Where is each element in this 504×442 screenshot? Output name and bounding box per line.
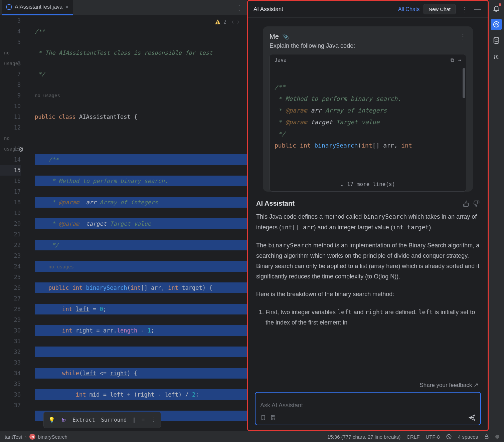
warning-count: 2 — [223, 17, 226, 27]
notifications-icon[interactable] — [491, 3, 502, 14]
svg-point-4 — [494, 37, 499, 39]
svg-text:C: C — [8, 5, 10, 9]
attachment-icon[interactable]: 📎 — [282, 33, 289, 40]
caret-position[interactable]: 15:36 (777 chars, 27 line breaks) — [327, 434, 400, 440]
ai-menu-icon[interactable]: ⋮ — [460, 4, 469, 15]
code-content[interactable]: /** * The AIAssistantTest class is respo… — [35, 15, 247, 431]
ai-header: AI Assistant All Chats New Chat ⋮ — — [248, 1, 488, 18]
more-actions-icon[interactable]: ⋮ — [151, 415, 156, 425]
ai-input-field[interactable] — [260, 397, 476, 414]
database-tool-icon[interactable] — [491, 35, 502, 46]
save-icon[interactable] — [270, 415, 276, 421]
assistant-message-body: This Java code defines a method called b… — [256, 211, 480, 328]
snippet-scrollbar[interactable] — [463, 68, 465, 98]
close-tab-icon[interactable]: × — [65, 4, 69, 10]
thumbs-up-icon[interactable] — [463, 200, 470, 207]
next-warning-icon[interactable]: 〉 — [237, 17, 242, 27]
method-icon: m — [29, 434, 35, 440]
thumbs-down-icon[interactable] — [473, 200, 480, 207]
message-menu-icon[interactable]: ⋮ — [460, 32, 466, 40]
user-message-text: Explain the following Java code: — [270, 42, 466, 49]
indent-setting[interactable]: 4 spaces — [458, 434, 478, 440]
wrap-icon[interactable]: ⇥ — [458, 57, 461, 63]
ai-swirl-icon[interactable]: ֎ — [61, 415, 66, 425]
svg-rect-6 — [485, 436, 488, 439]
class-icon: C — [6, 4, 12, 10]
new-chat-button[interactable]: New Chat — [424, 4, 456, 14]
status-bar: tantTest › m binarySearch 15:36 (777 cha… — [0, 431, 504, 442]
extract-action[interactable]: Extract — [72, 415, 95, 425]
file-tab[interactable]: C AIAssistantTest.java × — [2, 0, 73, 15]
code-editor[interactable]: 2 〈 〉 345 no usages 6789101112 no usages… — [0, 15, 247, 431]
maven-tool-icon[interactable]: m — [491, 51, 502, 62]
ai-conversation: Me 📎 ⋮ Explain the following Java code: … — [248, 18, 488, 380]
svg-rect-2 — [217, 21, 218, 23]
status-indicator-icon[interactable] — [495, 435, 499, 439]
prev-warning-icon[interactable]: 〈 — [229, 17, 234, 27]
bulb-icon[interactable]: 💡 — [48, 415, 55, 425]
inspection-widget[interactable]: 2 〈 〉 — [215, 17, 242, 27]
ai-assistant-panel: AI Assistant All Chats New Chat ⋮ — Me 📎… — [247, 0, 489, 431]
surround-action[interactable]: Surround — [101, 415, 127, 425]
lock-icon[interactable] — [484, 434, 489, 439]
ai-panel-title: AI Assistant — [254, 6, 394, 13]
send-icon[interactable] — [468, 414, 476, 421]
assistant-message-header: AI Assistant — [256, 200, 480, 207]
chevron-down-icon: ⌄ — [341, 181, 347, 187]
file-encoding[interactable]: UTF-8 — [426, 434, 440, 440]
reformat-icon[interactable]: ≡ — [142, 415, 145, 425]
breadcrumb[interactable]: tantTest › m binarySearch — [5, 434, 67, 440]
gutter: 345 no usages 6789101112 no usages 13@ 1… — [0, 15, 30, 411]
right-tool-rail: m — [489, 0, 504, 431]
snippet-lang: Java — [275, 57, 287, 63]
at-gutter-icon[interactable]: @ — [19, 144, 23, 154]
expand-snippet[interactable]: ⌄ 17 more line(s) — [270, 178, 466, 191]
ai-input-box[interactable] — [255, 392, 481, 425]
code-snippet: Java ⧉ ⇥ /** * Method to perform binary … — [270, 54, 466, 192]
comment-icon[interactable]: ∥ — [133, 415, 136, 425]
ai-assistant-tool-icon[interactable] — [491, 19, 502, 30]
assistant-label: AI Assistant — [256, 200, 295, 207]
bookmark-icon[interactable] — [260, 415, 266, 421]
intention-action-bar: 💡 ֎ Extract Surround ∥ ≡ ⋮ — [43, 412, 161, 428]
user-message: Me 📎 ⋮ Explain the following Java code: … — [263, 26, 473, 192]
minimize-icon[interactable]: — — [473, 4, 482, 14]
all-chats-link[interactable]: All Chats — [398, 6, 419, 12]
user-label: Me — [270, 33, 279, 40]
copy-icon[interactable]: ⧉ — [451, 57, 454, 63]
feedback-link[interactable]: Share your feedback ↗ — [255, 380, 481, 392]
svg-rect-3 — [217, 23, 218, 24]
warning-icon — [215, 19, 221, 25]
line-separator[interactable]: CRLF — [406, 434, 419, 440]
tab-menu-icon[interactable]: ⋮ — [233, 4, 245, 12]
tab-filename: AIAssistantTest.java — [15, 4, 62, 10]
copilot-icon[interactable] — [446, 434, 452, 440]
editor-tab-bar: C AIAssistantTest.java × ⋮ — [0, 0, 247, 15]
